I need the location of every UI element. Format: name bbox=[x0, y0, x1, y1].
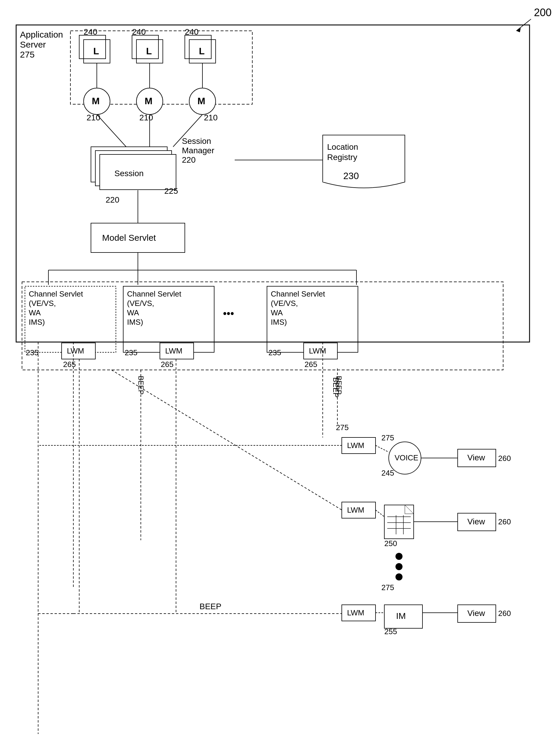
svg-point-72 bbox=[396, 553, 403, 560]
im-label: IM bbox=[396, 611, 406, 621]
im-num: 255 bbox=[384, 627, 397, 636]
diagram-container: 200 Application Server 275 L 240 L 240 L… bbox=[0, 0, 558, 756]
beep-label-im: BEEP bbox=[200, 602, 222, 611]
num-240-3: 240 bbox=[185, 27, 199, 36]
svg-point-73 bbox=[396, 563, 403, 570]
view-label-2: View bbox=[467, 517, 485, 526]
beep-label-right: BEEP bbox=[331, 377, 340, 397]
svg-text:220: 220 bbox=[182, 155, 196, 164]
num-210-3: 210 bbox=[204, 113, 218, 122]
num-240-2: 240 bbox=[132, 27, 146, 36]
num-220: 220 bbox=[106, 195, 120, 204]
app-server-label: Application bbox=[20, 30, 63, 39]
svg-text:IMS): IMS) bbox=[271, 318, 287, 326]
num-210-2: 210 bbox=[140, 113, 153, 122]
view-label-1: View bbox=[467, 453, 485, 462]
lwm-label-1: LWM bbox=[67, 346, 84, 355]
l-label-3: L bbox=[199, 46, 205, 56]
svg-point-74 bbox=[396, 574, 403, 580]
lwm-num-3: 265 bbox=[305, 360, 317, 369]
channel-servlet-num-3: 235 bbox=[269, 348, 281, 357]
num-210-1: 210 bbox=[86, 113, 100, 122]
channel-servlet-num-2: 235 bbox=[125, 348, 137, 357]
lwm-num-2: 265 bbox=[161, 360, 173, 369]
session-num: 225 bbox=[164, 187, 178, 196]
lwm-label-2: LWM bbox=[165, 346, 182, 355]
lwm-im-label: LWM bbox=[347, 608, 364, 617]
m-label-1: M bbox=[92, 96, 100, 106]
voice-label: VOICE bbox=[395, 453, 418, 462]
svg-text:(VE/VS,: (VE/VS, bbox=[127, 299, 154, 308]
svg-text:Server: Server bbox=[20, 40, 46, 49]
m-label-3: M bbox=[198, 96, 205, 106]
voice-num: 245 bbox=[381, 469, 394, 478]
model-servlet-label: Model Servlet bbox=[102, 233, 156, 243]
svg-text:(VE/VS,: (VE/VS, bbox=[271, 299, 298, 308]
channel-servlet-label-2: Channel Servlet bbox=[127, 290, 182, 298]
num-240-1: 240 bbox=[84, 27, 97, 36]
location-registry-label: Location bbox=[327, 142, 358, 151]
m-label-2: M bbox=[145, 96, 153, 106]
lwm-num-1: 265 bbox=[63, 360, 76, 369]
doc-num: 250 bbox=[384, 539, 397, 548]
view-label-3: View bbox=[467, 609, 485, 618]
svg-text:WA: WA bbox=[127, 308, 140, 317]
channel-servlet-label-3: Channel Servlet bbox=[271, 290, 325, 298]
location-registry-num: 230 bbox=[343, 171, 359, 181]
l-label-2: L bbox=[146, 46, 152, 56]
ellipsis: ••• bbox=[223, 308, 234, 319]
svg-text:Registry: Registry bbox=[327, 153, 357, 162]
view-num-2: 260 bbox=[498, 517, 511, 526]
lwm-voice-label: LWM bbox=[347, 441, 364, 450]
svg-text:275: 275 bbox=[20, 50, 34, 59]
svg-text:IMS): IMS) bbox=[127, 318, 143, 326]
svg-text:IMS): IMS) bbox=[29, 318, 45, 326]
channel-servlet-num-1: 235 bbox=[26, 348, 39, 357]
svg-text:Manager: Manager bbox=[182, 146, 214, 155]
svg-text:WA: WA bbox=[271, 308, 283, 317]
session-label: Session bbox=[115, 169, 144, 178]
beep-num-voice: 275 bbox=[381, 433, 394, 442]
ref-200: 200 bbox=[534, 6, 552, 19]
session-manager-label: Session bbox=[182, 137, 211, 146]
beep-num-im: 275 bbox=[381, 583, 394, 592]
svg-text:(VE/VS,: (VE/VS, bbox=[29, 299, 56, 308]
svg-text:WA: WA bbox=[29, 308, 41, 317]
svg-rect-0 bbox=[0, 0, 558, 756]
beep-num-1: 275 bbox=[336, 423, 349, 432]
view-num-1: 260 bbox=[498, 454, 511, 463]
lwm-doc-label: LWM bbox=[347, 506, 364, 514]
l-label-1: L bbox=[93, 46, 99, 56]
channel-servlet-label-1: Channel Servlet bbox=[29, 290, 83, 298]
lwm-label-3: LWM bbox=[309, 346, 326, 355]
view-num-3: 260 bbox=[498, 609, 511, 618]
